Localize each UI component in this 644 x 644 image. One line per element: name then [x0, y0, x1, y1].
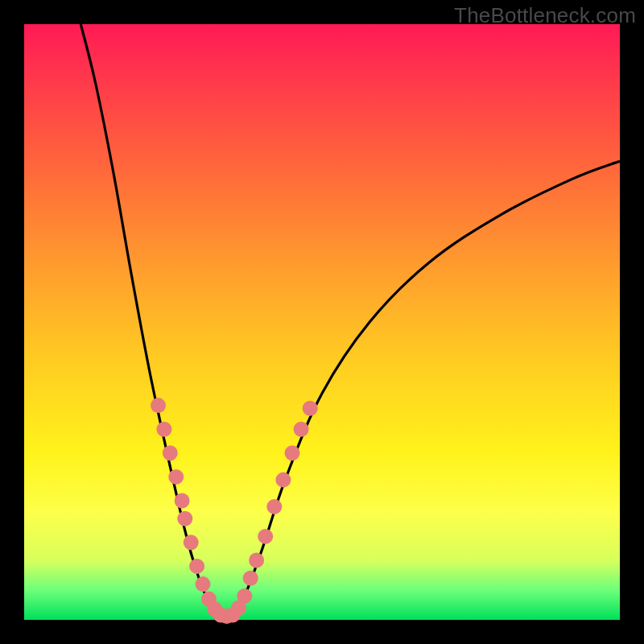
marker-point: [189, 559, 204, 574]
chart-svg: [24, 24, 620, 620]
marker-point: [275, 473, 291, 488]
marker-point: [285, 445, 300, 460]
marker-point: [294, 422, 309, 437]
marker-point: [177, 511, 192, 526]
marker-point: [156, 422, 171, 437]
marker-point: [196, 576, 211, 592]
chart-plot-area: [24, 24, 620, 620]
marker-group: [151, 398, 318, 624]
marker-point: [258, 529, 273, 544]
bottleneck-curve: [80, 24, 620, 619]
marker-point: [249, 553, 264, 568]
marker-point: [266, 499, 282, 514]
marker-point: [175, 493, 190, 509]
marker-point: [168, 469, 184, 485]
watermark-text: TheBottleneck.com: [454, 3, 636, 28]
chart-frame: TheBottleneck.com: [0, 0, 644, 644]
marker-point: [163, 445, 178, 460]
marker-point: [303, 401, 318, 416]
marker-point: [243, 571, 258, 586]
marker-point: [151, 398, 166, 413]
marker-point: [237, 588, 252, 604]
marker-point: [184, 535, 199, 550]
